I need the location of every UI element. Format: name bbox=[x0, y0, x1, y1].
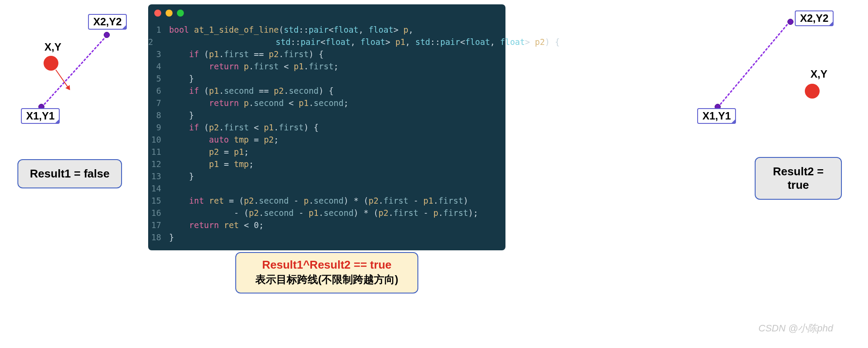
code-line: 3 if (p1.first == p2.first) { bbox=[148, 48, 505, 60]
code-line: 14 bbox=[148, 182, 505, 194]
point-p2 bbox=[787, 19, 793, 25]
label-p1: X1,Y1 bbox=[697, 108, 736, 124]
code-line: 5 } bbox=[148, 72, 505, 85]
result2-text-l2: true bbox=[787, 178, 809, 191]
line-segment bbox=[717, 21, 790, 108]
result2-box: Result2 = true bbox=[755, 157, 842, 200]
code-line: 10 auto tmp = p2; bbox=[148, 133, 505, 146]
label-p: X,Y bbox=[806, 67, 832, 81]
code-body: 1bool at_1_side_of_line(std::pair<float,… bbox=[148, 22, 505, 245]
code-line: 12 p1 = tmp; bbox=[148, 158, 505, 170]
window-controls bbox=[148, 4, 505, 22]
label-p2: X2,Y2 bbox=[795, 10, 834, 26]
code-line: 11 p2 = p1; bbox=[148, 146, 505, 158]
code-panel: 1bool at_1_side_of_line(std::pair<float,… bbox=[148, 4, 505, 250]
code-line: 6 if (p1.second == p2.second) { bbox=[148, 85, 505, 97]
diagram-left: X2,Y2 X,Y X1,Y1 bbox=[17, 9, 139, 131]
code-line: 17 return ret < 0; bbox=[148, 219, 505, 231]
code-line: 18} bbox=[148, 231, 505, 243]
code-line: 4 return p.first < p1.first; bbox=[148, 60, 505, 72]
code-line: 8 } bbox=[148, 109, 505, 121]
result1-text: Result1 = false bbox=[30, 167, 110, 180]
diagram-right: X2,Y2 X,Y X1,Y1 bbox=[694, 9, 842, 131]
watermark: CSDN @小陈phd bbox=[759, 322, 834, 335]
maximize-icon[interactable] bbox=[177, 10, 184, 17]
label-p1: X1,Y1 bbox=[21, 108, 60, 124]
code-line: 15 int ret = (p2.second - p.second) * (p… bbox=[148, 194, 505, 207]
close-icon[interactable] bbox=[154, 10, 161, 17]
arrow-p-to-line bbox=[55, 69, 70, 89]
summary-box: Result1^Result2 == true 表示目标跨线(不限制跨越方向) bbox=[235, 252, 418, 293]
page-root: X2,Y2 X,Y X1,Y1 Result1 = false 1bool at… bbox=[0, 0, 868, 348]
code-line: 7 return p.second < p1.second; bbox=[148, 97, 505, 109]
label-p2: X2,Y2 bbox=[88, 14, 127, 30]
code-line: 13 } bbox=[148, 170, 505, 182]
minimize-icon[interactable] bbox=[166, 10, 173, 17]
point-p bbox=[44, 56, 58, 71]
summary-line2: 表示目标跨线(不限制跨越方向) bbox=[244, 273, 410, 287]
code-line: 16 - (p2.second - p1.second) * (p2.first… bbox=[148, 207, 505, 219]
code-line: 9 if (p2.first < p1.first) { bbox=[148, 121, 505, 133]
code-line: 1bool at_1_side_of_line(std::pair<float,… bbox=[148, 24, 505, 36]
code-line: 2 std::pair<float, float> p1, std::pair<… bbox=[148, 36, 505, 48]
point-p bbox=[805, 84, 820, 99]
result2-text-l1: Result2 = bbox=[773, 165, 824, 178]
label-p: X,Y bbox=[40, 40, 66, 54]
summary-line1: Result1^Result2 == true bbox=[244, 258, 410, 272]
result1-box: Result1 = false bbox=[17, 159, 122, 188]
point-p2 bbox=[104, 32, 110, 38]
